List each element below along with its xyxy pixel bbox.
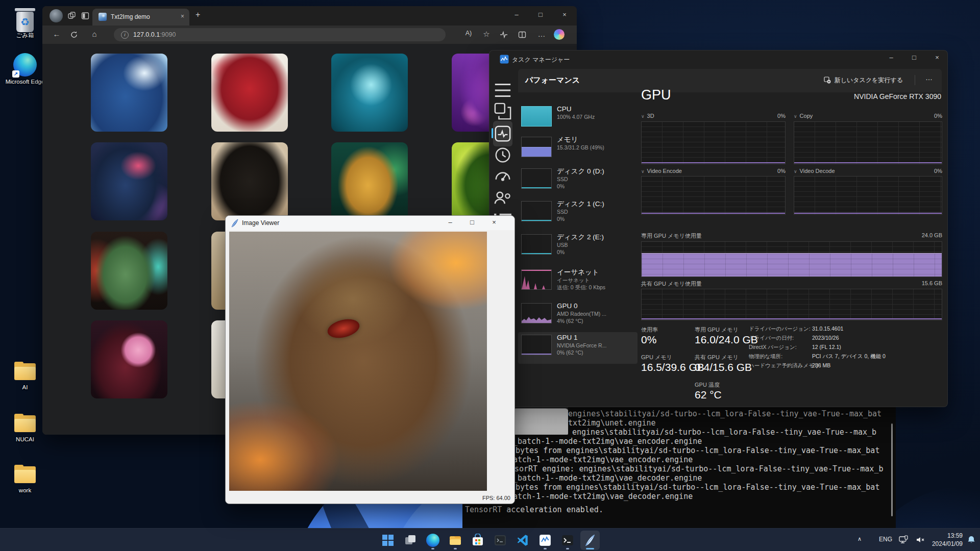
- gpu-device-name: NVIDIA GeForce RTX 3090: [854, 92, 941, 101]
- taskbar-task-manager[interactable]: [535, 531, 555, 550]
- site-info-icon[interactable]: i: [121, 31, 129, 39]
- perf-item-cpu[interactable]: CPU 100% 4.07 GHz: [518, 104, 638, 133]
- run-new-task-button[interactable]: 新しいタスクを実行する: [819, 73, 908, 87]
- profile-avatar[interactable]: [50, 9, 63, 22]
- tray-language[interactable]: ENG: [879, 536, 892, 543]
- taskbar-command-prompt[interactable]: [491, 531, 510, 550]
- workspaces-icon[interactable]: [68, 12, 76, 20]
- settings-more-button[interactable]: …: [535, 30, 548, 38]
- taskbar-edge[interactable]: [423, 531, 443, 550]
- browser-essentials-icon[interactable]: [500, 31, 508, 39]
- close-button[interactable]: ×: [929, 54, 945, 61]
- minimize-button[interactable]: –: [509, 11, 524, 18]
- terminal-line: txt2img\unet.engine: [568, 418, 656, 428]
- generated-image-thumbnail[interactable]: [331, 54, 408, 132]
- taskbar-vscode[interactable]: [513, 531, 532, 550]
- taskbar-microsoft-store[interactable]: [468, 531, 487, 550]
- chart-copy-label[interactable]: ∨Copy: [794, 113, 813, 119]
- desktop-icon-edge[interactable]: ↗ Microsoft Edge: [3, 53, 47, 85]
- chart-3d-label[interactable]: ∨3D: [641, 113, 654, 119]
- terminal-line: _batch-1--mode-txt2img\vae_decoder.engin…: [513, 473, 702, 483]
- task-manager-icon: [500, 55, 509, 64]
- tray-clock[interactable]: 13:59 2024/01/09: [932, 532, 963, 548]
- home-button[interactable]: ⌂: [88, 30, 101, 38]
- generated-image-thumbnail[interactable]: [91, 232, 167, 310]
- stat-utilization-label: 使用率: [641, 326, 658, 334]
- stat-temperature-value: 62 °C: [695, 389, 722, 401]
- generated-image-thumbnail[interactable]: [211, 142, 288, 220]
- info-driver-date-label: ドライバーの日付:: [749, 335, 794, 342]
- chart-video-decode-label[interactable]: ∨Video Decode: [794, 168, 835, 174]
- terminal-scrollbar[interactable]: [891, 423, 893, 516]
- tray-volume-muted-icon[interactable]: [915, 535, 925, 545]
- image-viewer-title-bar[interactable]: Image Viewer – □ ×: [226, 216, 514, 230]
- taskbar-image-viewer-feather[interactable]: [580, 531, 600, 550]
- chart-video-encode-label[interactable]: ∨Video Encode: [641, 168, 682, 174]
- tray-network-icon[interactable]: [898, 535, 909, 545]
- minimize-button[interactable]: –: [884, 54, 899, 61]
- desktop-icon-label: AI: [3, 384, 47, 391]
- sidebar-item-processes[interactable]: [493, 98, 512, 124]
- generated-image-thumbnail[interactable]: [331, 142, 408, 220]
- tray-time: 13:59: [932, 532, 963, 540]
- desktop-icon-label: Microsoft Edge: [3, 79, 47, 85]
- taskbar-terminal[interactable]: [558, 531, 577, 550]
- generated-image-thumbnail[interactable]: [91, 54, 167, 132]
- viewer-image: [229, 232, 487, 491]
- start-button[interactable]: [378, 531, 398, 550]
- perf-item-memory[interactable]: メモリ 15.3/31.2 GB (49%): [518, 134, 638, 164]
- address-bar[interactable]: i 127.0.0.1:9090: [114, 28, 446, 41]
- task-view-button[interactable]: [401, 531, 420, 550]
- refresh-button[interactable]: [70, 31, 78, 39]
- desktop-icon-recycle-bin[interactable]: ♻ ごみ箱: [3, 8, 47, 39]
- taskbar-file-explorer[interactable]: [446, 531, 465, 550]
- perf-item-gpu0[interactable]: GPU 0 AMD Radeon(TM) ... 4% (62 °C): [518, 300, 638, 330]
- desktop-icon-work[interactable]: work: [3, 466, 47, 494]
- more-options-button[interactable]: …: [925, 73, 933, 82]
- perf-item-disk0[interactable]: ディスク 0 (D:) SSD 0%: [518, 166, 638, 195]
- info-reserved-memory-label: ハードウェア予約済みメモリ:: [749, 362, 821, 369]
- perf-item-gpu1[interactable]: GPU 1 NVIDIA GeForce R... 0% (62 °C): [518, 332, 638, 364]
- maximize-button[interactable]: □: [533, 11, 548, 18]
- tray-date: 2024/01/09: [932, 540, 963, 548]
- tab-title: Txt2Img demo: [111, 13, 150, 20]
- gpu0-mini-graph: [521, 303, 552, 323]
- close-button[interactable]: ×: [486, 218, 502, 226]
- browser-tab[interactable]: Txt2Img demo ×: [92, 9, 189, 26]
- generated-image-thumbnail[interactable]: [211, 54, 288, 132]
- info-driver-version-label: ドライバーのバージョン:: [749, 325, 811, 333]
- shortcut-arrow-icon: ↗: [12, 70, 19, 78]
- tab-favicon: [99, 13, 107, 21]
- desktop-icon-ai[interactable]: AI: [3, 363, 47, 391]
- terminal-line: bytes from engines\stabilityai/sd-turbo-…: [516, 483, 879, 492]
- new-tab-button[interactable]: +: [195, 10, 200, 19]
- close-button[interactable]: ×: [557, 11, 572, 18]
- generated-image-thumbnail[interactable]: [91, 142, 167, 220]
- chart-video-decode-value: 0%: [922, 168, 942, 174]
- maximize-button[interactable]: □: [906, 54, 922, 61]
- desktop-icon-nucai[interactable]: NUCAI: [3, 415, 47, 443]
- tab-actions-icon[interactable]: [81, 12, 89, 20]
- generate-button[interactable]: [512, 408, 569, 436]
- read-aloud-button[interactable]: A): [461, 30, 476, 37]
- folder-icon: [13, 415, 37, 434]
- copilot-icon[interactable]: [554, 29, 565, 40]
- feather-icon: [585, 534, 595, 547]
- minimize-button[interactable]: –: [443, 218, 458, 226]
- tab-close-icon[interactable]: ×: [181, 13, 184, 20]
- dedicated-memory-label: 専用 GPU メモリ使用量: [641, 232, 702, 240]
- split-screen-icon[interactable]: [518, 31, 526, 39]
- tray-notification-bell-icon[interactable]: [967, 535, 976, 544]
- maximize-button[interactable]: □: [464, 218, 480, 226]
- info-directx-label: DirectX バージョン:: [749, 344, 797, 351]
- task-manager-header: パフォーマンス 新しいタスクを実行する …: [518, 69, 942, 92]
- url-text: 127.0.0.1:9090: [133, 31, 176, 38]
- favorites-button[interactable]: ☆: [480, 30, 493, 39]
- terminal-line: _batch-1--mode-txt2img\vae_encoder.engin…: [513, 437, 702, 446]
- back-button[interactable]: ←: [51, 30, 63, 38]
- perf-item-disk1[interactable]: ディスク 1 (C:) SSD 0%: [518, 198, 638, 228]
- perf-item-disk2[interactable]: ディスク 2 (E:) USB 0%: [518, 232, 638, 261]
- tray-chevron-icon[interactable]: ∧: [857, 536, 862, 542]
- perf-item-ethernet[interactable]: イーサネット イーサネット 送信: 0 受信: 0 Kbps: [518, 267, 638, 298]
- generated-image-thumbnail[interactable]: [91, 320, 167, 398]
